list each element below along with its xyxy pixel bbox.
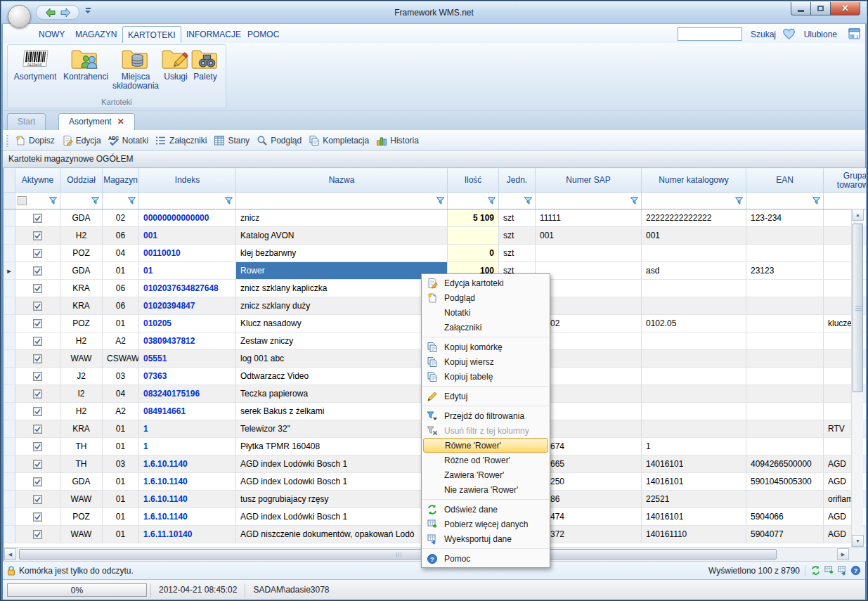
- cell-aktywne[interactable]: [15, 350, 60, 368]
- cell-oddzial[interactable]: WAW: [60, 350, 103, 368]
- cell-ean[interactable]: [746, 420, 824, 438]
- cell-ilosc[interactable]: [448, 227, 499, 245]
- cell-aktywne[interactable]: [15, 385, 60, 403]
- checkbox-checked-icon[interactable]: [33, 495, 42, 504]
- cell-aktywne[interactable]: [15, 245, 60, 262]
- menu-item-edytuj[interactable]: Edytuj: [422, 389, 550, 403]
- cell-indeks[interactable]: 00110010: [139, 245, 236, 262]
- cell-katalog[interactable]: [642, 350, 746, 368]
- cell-ean[interactable]: [746, 350, 824, 368]
- row-indicator[interactable]: [4, 491, 15, 508]
- row-indicator[interactable]: [4, 332, 15, 350]
- cell-magazyn[interactable]: A2: [103, 403, 139, 420]
- filter-cell-ilosc[interactable]: [448, 193, 499, 209]
- cell-oddzial[interactable]: POZ: [60, 508, 103, 526]
- cell-indeks[interactable]: 01020394847: [139, 297, 236, 315]
- toolbar-options-icon[interactable]: [84, 8, 92, 16]
- cell-indeks[interactable]: 1.6.10.1140: [139, 455, 236, 473]
- cell-katalog[interactable]: 001: [642, 227, 746, 245]
- cell-magazyn[interactable]: CSWAW: [103, 350, 139, 368]
- checkbox-checked-icon[interactable]: [33, 266, 42, 276]
- cell-sap[interactable]: [536, 262, 642, 280]
- menu-item-r-ne-od-rower-[interactable]: Różne od 'Rower': [422, 453, 550, 467]
- row-indicator[interactable]: [4, 297, 15, 315]
- filter-cell-jedn[interactable]: [499, 193, 536, 209]
- cell-indeks[interactable]: 1: [139, 438, 236, 455]
- cell-nazwa[interactable]: AGD index Lodowki Bosch 1: [236, 473, 448, 491]
- back-icon[interactable]: [45, 7, 56, 18]
- column-header-nazwa[interactable]: Nazwa: [236, 168, 448, 193]
- row-indicator[interactable]: [4, 508, 15, 526]
- toolbar-grip[interactable]: [6, 134, 8, 147]
- ribbon-tab-kartoteki[interactable]: KARTOTEKI: [122, 26, 181, 43]
- filter-cell-sap[interactable]: [536, 193, 642, 209]
- filter-funnel-icon[interactable]: [48, 196, 58, 205]
- menu-item-zawiera-rower-[interactable]: Zawiera 'Rower': [422, 467, 550, 482]
- cell-magazyn[interactable]: 04: [103, 245, 139, 262]
- filter-cell-indeks[interactable]: [139, 193, 236, 209]
- cell-ean[interactable]: 4094266500000: [746, 455, 824, 473]
- window-panel-icon[interactable]: 1: [848, 28, 860, 39]
- menu-item-r-wne-rower-[interactable]: Równe 'Rower': [423, 438, 548, 453]
- menu-item-od-wie-dane[interactable]: Odśwież dane: [422, 502, 550, 517]
- cell-magazyn[interactable]: 01: [103, 508, 139, 526]
- menu-item-kopiuj-tabel-[interactable]: Kopiuj tabelę: [422, 369, 550, 384]
- cell-nazwa[interactable]: Telewizor 32": [236, 420, 448, 438]
- cell-indeks[interactable]: 07363: [139, 368, 236, 385]
- status-export-icon[interactable]: [837, 565, 848, 576]
- cell-sap[interactable]: [536, 280, 642, 297]
- menu-item-kopiuj-wiersz[interactable]: Kopiuj wiersz: [422, 354, 550, 369]
- row-indicator[interactable]: [4, 368, 15, 385]
- row-indicator[interactable]: [4, 350, 15, 368]
- filter-funnel-icon[interactable]: [127, 196, 136, 205]
- toolbar-item-kompletacja[interactable]: Kompletacja: [306, 133, 374, 148]
- scroll-down-icon[interactable]: ▼: [852, 535, 864, 547]
- cell-indeks[interactable]: 1.6.10.1140: [139, 508, 236, 526]
- cell-oddzial[interactable]: GDA: [60, 209, 103, 227]
- cell-katalog[interactable]: [642, 420, 746, 438]
- cell-katalog[interactable]: 22521: [642, 491, 746, 508]
- column-header-sap[interactable]: Numer SAP: [536, 168, 642, 193]
- cell-ean[interactable]: [746, 368, 824, 385]
- cell-sap[interactable]: 665: [536, 455, 642, 473]
- row-indicator[interactable]: [4, 227, 15, 245]
- cell-oddzial[interactable]: KRA: [60, 297, 103, 315]
- cell-jedn[interactable]: szt: [499, 209, 536, 227]
- filter-cell-oddzial[interactable]: [60, 193, 103, 209]
- row-indicator[interactable]: [4, 385, 15, 403]
- cell-ean[interactable]: 23123: [746, 262, 824, 280]
- cell-ean[interactable]: [746, 491, 824, 508]
- column-header-indeks[interactable]: Indeks: [139, 168, 236, 193]
- toolbar-item-edycja[interactable]: Edycja: [60, 133, 106, 148]
- cell-katalog[interactable]: [642, 368, 746, 385]
- cell-nazwa[interactable]: tusz pogrubiajacy rzęsy: [236, 491, 448, 508]
- restore-button[interactable]: [811, 2, 831, 15]
- cell-oddzial[interactable]: POZ: [60, 315, 103, 332]
- cell-indeks[interactable]: 03809437812: [139, 332, 236, 350]
- cell-oddzial[interactable]: H2: [60, 332, 103, 350]
- cell-indeks[interactable]: 083240175196: [139, 385, 236, 403]
- scroll-left-icon[interactable]: ◀: [4, 548, 16, 560]
- column-header-oddzial[interactable]: Oddział: [60, 168, 103, 193]
- cell-magazyn[interactable]: 01: [103, 491, 139, 508]
- cell-indeks[interactable]: 1.6.11.10140: [139, 526, 236, 543]
- cell-nazwa[interactable]: AGD index Lodówki Bosch 1: [236, 455, 448, 473]
- cell-katalog[interactable]: 14016101: [642, 508, 746, 526]
- cell-nazwa[interactable]: AGD index Lodówki Bosch 1: [236, 508, 448, 526]
- checkbox-checked-icon[interactable]: [33, 425, 42, 434]
- column-header-grupa[interactable]: Grupatowarowa: [824, 168, 866, 193]
- cell-sap[interactable]: [536, 368, 642, 385]
- checkbox-checked-icon[interactable]: [33, 319, 42, 328]
- application-menu-button[interactable]: [8, 5, 31, 28]
- row-indicator[interactable]: [4, 473, 15, 491]
- cell-katalog[interactable]: [642, 385, 746, 403]
- menu-item-kopiuj-kom-rk-[interactable]: Kopiuj komórkę: [422, 340, 550, 354]
- toolbar-item-załączniki[interactable]: Załączniki: [153, 133, 212, 148]
- row-indicator[interactable]: [4, 315, 15, 332]
- cell-oddzial[interactable]: POZ: [60, 245, 103, 262]
- toolbar-item-podgląd[interactable]: Podgląd: [254, 133, 306, 148]
- cell-indeks[interactable]: 084914661: [139, 403, 236, 420]
- cell-indeks[interactable]: 0102037634827648: [139, 280, 236, 297]
- checkbox-checked-icon[interactable]: [33, 389, 42, 399]
- cell-magazyn[interactable]: 01: [103, 420, 139, 438]
